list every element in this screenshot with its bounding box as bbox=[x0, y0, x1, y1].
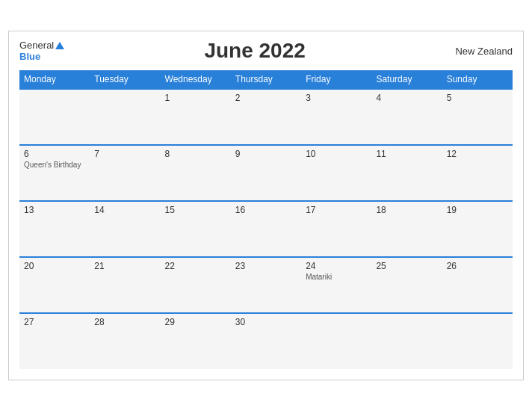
day-number: 25 bbox=[376, 261, 437, 271]
calendar-cell: 14 bbox=[90, 201, 160, 257]
calendar-cell: 12 bbox=[442, 145, 513, 201]
day-number: 23 bbox=[235, 261, 297, 271]
calendar-cell bbox=[371, 313, 442, 369]
calendar-cell: 25 bbox=[371, 257, 442, 313]
logo-triangle-icon bbox=[55, 42, 64, 49]
calendar-week-row: 6Queen's Birthday789101112 bbox=[19, 145, 513, 201]
calendar-cell: 6Queen's Birthday bbox=[19, 145, 90, 201]
col-friday: Friday bbox=[301, 70, 371, 89]
calendar-cell bbox=[19, 89, 90, 145]
day-number: 1 bbox=[165, 93, 226, 103]
col-saturday: Saturday bbox=[371, 70, 442, 89]
calendar-body: 123456Queen's Birthday789101112131415161… bbox=[19, 89, 513, 369]
day-number: 12 bbox=[447, 149, 508, 159]
day-number: 9 bbox=[235, 149, 297, 159]
day-number: 2 bbox=[235, 93, 297, 103]
day-number: 16 bbox=[235, 205, 297, 215]
calendar-cell: 20 bbox=[19, 257, 90, 313]
calendar-week-row: 2021222324Matariki2526 bbox=[19, 257, 513, 313]
day-number: 29 bbox=[165, 317, 226, 327]
calendar-cell: 13 bbox=[19, 201, 90, 257]
day-number: 21 bbox=[94, 261, 155, 271]
calendar-week-row: 12345 bbox=[19, 89, 513, 145]
day-number: 18 bbox=[376, 205, 437, 215]
col-wednesday: Wednesday bbox=[161, 70, 231, 89]
col-tuesday: Tuesday bbox=[90, 70, 160, 89]
calendar-cell: 7 bbox=[90, 145, 160, 201]
day-number: 14 bbox=[94, 205, 155, 215]
calendar-cell: 11 bbox=[371, 145, 442, 201]
logo-area: General Blue bbox=[19, 40, 64, 62]
day-event: Matariki bbox=[306, 273, 367, 281]
calendar-cell: 17 bbox=[301, 201, 371, 257]
calendar-cell: 1 bbox=[161, 89, 231, 145]
day-number: 11 bbox=[376, 149, 437, 159]
calendar-cell: 29 bbox=[161, 313, 231, 369]
calendar-cell: 28 bbox=[90, 313, 160, 369]
calendar-cell: 26 bbox=[442, 257, 513, 313]
day-number: 6 bbox=[24, 149, 85, 159]
weekday-header-row: Monday Tuesday Wednesday Thursday Friday… bbox=[19, 70, 513, 89]
calendar-cell: 2 bbox=[231, 89, 301, 145]
day-number: 15 bbox=[165, 205, 226, 215]
calendar-week-row: 27282930 bbox=[19, 313, 513, 369]
calendar-cell: 18 bbox=[371, 201, 442, 257]
calendar-cell bbox=[442, 313, 513, 369]
col-sunday: Sunday bbox=[442, 70, 513, 89]
calendar-cell: 8 bbox=[161, 145, 231, 201]
calendar-cell: 23 bbox=[231, 257, 301, 313]
calendar-week-row: 13141516171819 bbox=[19, 201, 513, 257]
calendar-cell: 30 bbox=[231, 313, 301, 369]
calendar-cell: 24Matariki bbox=[301, 257, 371, 313]
calendar-title: June 2022 bbox=[64, 39, 445, 63]
calendar-cell: 27 bbox=[19, 313, 90, 369]
day-number: 3 bbox=[306, 93, 367, 103]
calendar-container: General Blue June 2022 New Zealand Monda… bbox=[8, 31, 524, 380]
calendar-cell: 15 bbox=[161, 201, 231, 257]
day-number: 4 bbox=[376, 93, 437, 103]
day-number: 17 bbox=[306, 205, 367, 215]
calendar-cell: 5 bbox=[442, 89, 513, 145]
day-number: 28 bbox=[94, 317, 155, 327]
day-number: 19 bbox=[447, 205, 508, 215]
calendar-header: General Blue June 2022 New Zealand bbox=[19, 39, 513, 63]
calendar-cell: 16 bbox=[231, 201, 301, 257]
day-event: Queen's Birthday bbox=[24, 161, 85, 169]
country-label: New Zealand bbox=[445, 46, 513, 57]
calendar-grid: Monday Tuesday Wednesday Thursday Friday… bbox=[19, 70, 513, 369]
day-number: 27 bbox=[24, 317, 85, 327]
day-number: 26 bbox=[447, 261, 508, 271]
calendar-cell: 4 bbox=[371, 89, 442, 145]
calendar-cell: 3 bbox=[301, 89, 371, 145]
day-number: 24 bbox=[306, 261, 367, 271]
day-number: 5 bbox=[447, 93, 508, 103]
col-monday: Monday bbox=[19, 70, 90, 89]
col-thursday: Thursday bbox=[231, 70, 301, 89]
calendar-cell: 9 bbox=[231, 145, 301, 201]
day-number: 10 bbox=[306, 149, 367, 159]
calendar-cell: 21 bbox=[90, 257, 160, 313]
day-number: 20 bbox=[24, 261, 85, 271]
day-number: 30 bbox=[235, 317, 297, 327]
day-number: 13 bbox=[24, 205, 85, 215]
calendar-cell: 22 bbox=[161, 257, 231, 313]
day-number: 7 bbox=[94, 149, 155, 159]
day-number: 22 bbox=[165, 261, 226, 271]
calendar-cell bbox=[90, 89, 160, 145]
logo-general-text: General bbox=[19, 40, 54, 51]
calendar-cell: 10 bbox=[301, 145, 371, 201]
calendar-cell bbox=[301, 313, 371, 369]
calendar-cell: 19 bbox=[442, 201, 513, 257]
day-number: 8 bbox=[165, 149, 226, 159]
logo-blue-text: Blue bbox=[19, 51, 40, 62]
